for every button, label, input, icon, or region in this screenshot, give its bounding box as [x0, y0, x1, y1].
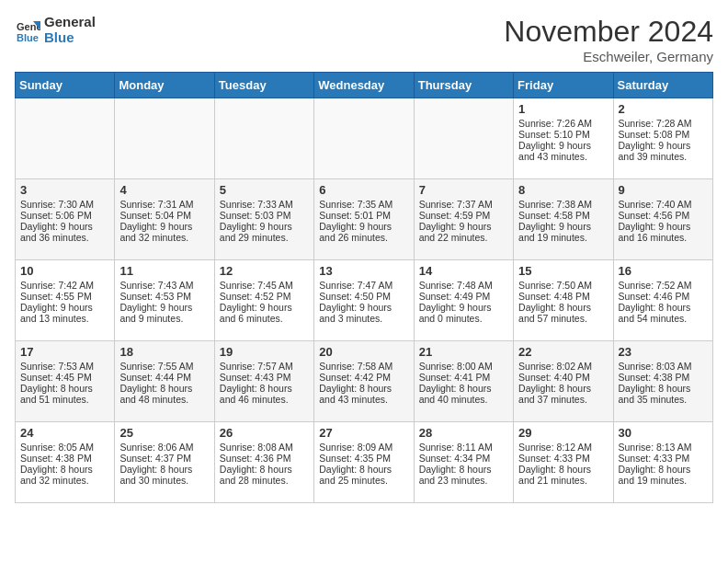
- cell-w1-d2: 5Sunrise: 7:33 AMSunset: 5:03 PMDaylight…: [214, 179, 313, 260]
- sunrise-text: Sunrise: 8:05 AM: [20, 442, 109, 453]
- page-header: General Blue General Blue November 2024 …: [15, 15, 713, 64]
- daylight-text: Daylight: 9 hours and 32 minutes.: [119, 221, 209, 243]
- cell-w4-d6: 30Sunrise: 8:13 AMSunset: 4:33 PMDayligh…: [613, 422, 712, 503]
- day-number: 1: [518, 102, 608, 116]
- day-number: 22: [518, 345, 608, 359]
- sunrise-text: Sunrise: 8:08 AM: [220, 442, 309, 453]
- daylight-text: Daylight: 9 hours and 29 minutes.: [220, 221, 309, 243]
- sunrise-text: Sunrise: 7:31 AM: [119, 199, 209, 210]
- day-number: 16: [619, 264, 708, 278]
- day-number: 27: [319, 426, 408, 440]
- daylight-text: Daylight: 8 hours and 37 minutes.: [518, 383, 608, 405]
- cell-w0-d2: [214, 98, 313, 179]
- sunset-text: Sunset: 4:41 PM: [419, 372, 508, 383]
- sunrise-text: Sunrise: 7:26 AM: [518, 118, 608, 129]
- day-number: 20: [319, 345, 408, 359]
- sunrise-text: Sunrise: 8:09 AM: [319, 442, 408, 453]
- sunrise-text: Sunrise: 7:47 AM: [319, 280, 408, 291]
- cell-w2-d4: 14Sunrise: 7:48 AMSunset: 4:49 PMDayligh…: [414, 260, 513, 341]
- daylight-text: Daylight: 9 hours and 22 minutes.: [419, 221, 508, 243]
- week-row-4: 24Sunrise: 8:05 AMSunset: 4:38 PMDayligh…: [16, 422, 713, 503]
- sunset-text: Sunset: 4:49 PM: [419, 291, 508, 302]
- sunrise-text: Sunrise: 7:38 AM: [518, 199, 608, 210]
- daylight-text: Daylight: 8 hours and 30 minutes.: [119, 464, 209, 486]
- sunrise-text: Sunrise: 7:33 AM: [220, 199, 309, 210]
- sunrise-text: Sunrise: 7:35 AM: [319, 199, 408, 210]
- daylight-text: Daylight: 8 hours and 21 minutes.: [518, 464, 608, 486]
- sunrise-text: Sunrise: 7:48 AM: [419, 280, 508, 291]
- daylight-text: Daylight: 9 hours and 39 minutes.: [619, 140, 708, 162]
- day-number: 8: [518, 183, 608, 197]
- sunset-text: Sunset: 4:38 PM: [20, 453, 109, 464]
- cell-w3-d0: 17Sunrise: 7:53 AMSunset: 4:45 PMDayligh…: [16, 341, 115, 422]
- sunrise-text: Sunrise: 7:42 AM: [20, 280, 109, 291]
- cell-w3-d6: 23Sunrise: 8:03 AMSunset: 4:38 PMDayligh…: [613, 341, 712, 422]
- cell-w4-d1: 25Sunrise: 8:06 AMSunset: 4:37 PMDayligh…: [115, 422, 214, 503]
- week-row-2: 10Sunrise: 7:42 AMSunset: 4:55 PMDayligh…: [16, 260, 713, 341]
- sunset-text: Sunset: 4:59 PM: [419, 210, 508, 221]
- daylight-text: Daylight: 8 hours and 43 minutes.: [319, 383, 408, 405]
- day-number: 24: [20, 426, 109, 440]
- sunset-text: Sunset: 4:50 PM: [319, 291, 408, 302]
- sunset-text: Sunset: 4:42 PM: [319, 372, 408, 383]
- day-number: 25: [119, 426, 209, 440]
- sunset-text: Sunset: 5:04 PM: [119, 210, 209, 221]
- sunrise-text: Sunrise: 7:55 AM: [119, 361, 209, 372]
- sunrise-text: Sunrise: 7:52 AM: [619, 280, 708, 291]
- sunrise-text: Sunrise: 7:37 AM: [419, 199, 508, 210]
- sunset-text: Sunset: 4:37 PM: [119, 453, 209, 464]
- daylight-text: Daylight: 9 hours and 43 minutes.: [518, 140, 608, 162]
- sunset-text: Sunset: 4:53 PM: [119, 291, 209, 302]
- sunset-text: Sunset: 4:58 PM: [518, 210, 608, 221]
- daylight-text: Daylight: 9 hours and 16 minutes.: [619, 221, 708, 243]
- sunset-text: Sunset: 4:46 PM: [619, 291, 708, 302]
- cell-w2-d6: 16Sunrise: 7:52 AMSunset: 4:46 PMDayligh…: [613, 260, 712, 341]
- day-number: 28: [419, 426, 508, 440]
- day-number: 7: [419, 183, 508, 197]
- header-thursday: Thursday: [414, 73, 513, 98]
- day-number: 2: [619, 102, 708, 116]
- week-row-0: 1Sunrise: 7:26 AMSunset: 5:10 PMDaylight…: [16, 98, 713, 179]
- daylight-text: Daylight: 9 hours and 19 minutes.: [518, 221, 608, 243]
- calendar-table: SundayMondayTuesdayWednesdayThursdayFrid…: [15, 72, 713, 503]
- daylight-text: Daylight: 8 hours and 23 minutes.: [419, 464, 508, 486]
- sunrise-text: Sunrise: 8:02 AM: [518, 361, 608, 372]
- title-block: November 2024 Eschweiler, Germany: [504, 15, 713, 64]
- day-number: 19: [220, 345, 309, 359]
- cell-w0-d3: [314, 98, 414, 179]
- sunset-text: Sunset: 5:03 PM: [220, 210, 309, 221]
- sunrise-text: Sunrise: 8:00 AM: [419, 361, 508, 372]
- sunrise-text: Sunrise: 7:45 AM: [220, 280, 309, 291]
- logo: General Blue General Blue: [15, 15, 96, 45]
- header-monday: Monday: [115, 73, 214, 98]
- cell-w1-d6: 9Sunrise: 7:40 AMSunset: 4:56 PMDaylight…: [613, 179, 712, 260]
- sunrise-text: Sunrise: 8:11 AM: [419, 442, 508, 453]
- sunset-text: Sunset: 4:33 PM: [619, 453, 708, 464]
- day-number: 11: [119, 264, 209, 278]
- sunset-text: Sunset: 5:06 PM: [20, 210, 109, 221]
- daylight-text: Daylight: 9 hours and 36 minutes.: [20, 221, 109, 243]
- day-number: 10: [20, 264, 109, 278]
- daylight-text: Daylight: 8 hours and 19 minutes.: [619, 464, 708, 486]
- sunset-text: Sunset: 4:45 PM: [20, 372, 109, 383]
- logo-icon: General Blue: [15, 17, 40, 43]
- sunrise-text: Sunrise: 8:03 AM: [619, 361, 708, 372]
- sunrise-text: Sunrise: 7:28 AM: [619, 118, 708, 129]
- sunrise-text: Sunrise: 7:57 AM: [220, 361, 309, 372]
- daylight-text: Daylight: 8 hours and 40 minutes.: [419, 383, 508, 405]
- cell-w0-d1: [115, 98, 214, 179]
- sunset-text: Sunset: 5:01 PM: [319, 210, 408, 221]
- sunrise-text: Sunrise: 7:58 AM: [319, 361, 408, 372]
- daylight-text: Daylight: 8 hours and 54 minutes.: [619, 302, 708, 324]
- sunset-text: Sunset: 5:08 PM: [619, 129, 708, 140]
- daylight-text: Daylight: 9 hours and 9 minutes.: [119, 302, 209, 324]
- cell-w3-d3: 20Sunrise: 7:58 AMSunset: 4:42 PMDayligh…: [314, 341, 414, 422]
- cell-w2-d0: 10Sunrise: 7:42 AMSunset: 4:55 PMDayligh…: [16, 260, 115, 341]
- daylight-text: Daylight: 8 hours and 25 minutes.: [319, 464, 408, 486]
- daylight-text: Daylight: 9 hours and 0 minutes.: [419, 302, 508, 324]
- sunrise-text: Sunrise: 7:43 AM: [119, 280, 209, 291]
- cell-w4-d0: 24Sunrise: 8:05 AMSunset: 4:38 PMDayligh…: [16, 422, 115, 503]
- day-number: 30: [619, 426, 708, 440]
- day-number: 29: [518, 426, 608, 440]
- sunrise-text: Sunrise: 7:40 AM: [619, 199, 708, 210]
